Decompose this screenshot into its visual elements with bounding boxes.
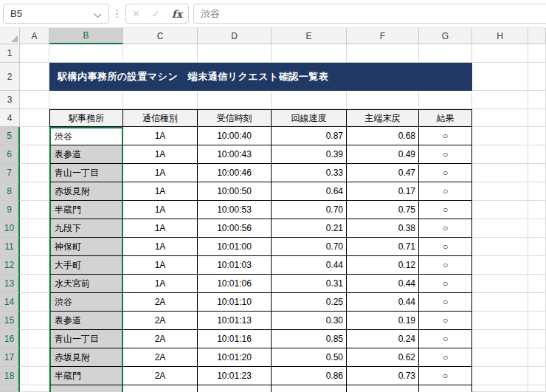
table-cell[interactable]: 2A (123, 367, 198, 385)
table-cell[interactable]: 0.62 (347, 348, 419, 367)
table-cell[interactable] (198, 385, 272, 392)
cell[interactable] (472, 367, 528, 385)
cell[interactable] (20, 164, 49, 182)
table-cell[interactable]: 0.70 (272, 201, 347, 219)
cell[interactable] (472, 91, 528, 109)
cell[interactable] (49, 91, 123, 109)
table-cell[interactable]: 1A (123, 164, 198, 182)
cell[interactable] (20, 256, 49, 275)
cell[interactable] (472, 127, 528, 145)
table-cell[interactable]: ○ (419, 293, 472, 312)
cell[interactable] (20, 312, 49, 330)
row-header-7[interactable]: 7 (0, 164, 20, 182)
cell[interactable] (472, 312, 528, 330)
table-cell[interactable]: 10:00:56 (198, 219, 272, 238)
table-cell[interactable] (419, 385, 472, 392)
cell[interactable] (20, 367, 49, 385)
table-cell[interactable]: ○ (419, 182, 472, 201)
cell[interactable] (472, 330, 528, 348)
table-cell[interactable]: ○ (419, 256, 472, 275)
table-cell[interactable]: 0.68 (347, 127, 419, 145)
table-cell[interactable]: 10:00:46 (198, 164, 272, 182)
cell[interactable] (472, 256, 528, 275)
cell[interactable] (472, 293, 528, 312)
table-cell[interactable]: 0.75 (347, 201, 419, 219)
table-cell[interactable]: 0.19 (347, 312, 419, 330)
cell[interactable] (20, 293, 49, 312)
cell[interactable] (528, 201, 546, 219)
cell[interactable] (419, 91, 472, 109)
table-cell[interactable]: 1A (123, 275, 198, 293)
cell[interactable] (472, 145, 528, 164)
table-cell[interactable]: 0.25 (272, 293, 347, 312)
row-header-10[interactable]: 10 (0, 219, 20, 238)
column-header-partial[interactable] (528, 28, 546, 44)
column-header-C[interactable]: C (123, 28, 198, 44)
cell[interactable] (20, 109, 49, 127)
table-cell[interactable]: 0.73 (347, 367, 419, 385)
row-header-8[interactable]: 8 (0, 182, 20, 201)
table-cell[interactable]: 1A (123, 182, 198, 201)
table-cell[interactable]: 0.33 (272, 164, 347, 182)
table-header-cell[interactable]: 回線速度 (272, 109, 347, 127)
cancel-icon[interactable]: ✕ (132, 8, 140, 19)
table-cell[interactable]: 0.64 (272, 182, 347, 201)
table-cell[interactable]: 0.44 (272, 256, 347, 275)
cell[interactable] (528, 44, 546, 63)
cell[interactable] (198, 91, 272, 109)
table-header-cell[interactable]: 受信時刻 (198, 109, 272, 127)
row-header-19[interactable] (0, 385, 20, 392)
table-cell[interactable]: 神保町 (49, 238, 123, 256)
table-cell[interactable]: 0.24 (347, 330, 419, 348)
cell[interactable] (123, 44, 198, 63)
cell[interactable] (20, 275, 49, 293)
column-header-G[interactable]: G (419, 28, 472, 44)
table-cell[interactable]: 0.71 (347, 238, 419, 256)
row-header-4[interactable]: 4 (0, 109, 20, 127)
table-cell[interactable]: 0.50 (272, 348, 347, 367)
cell[interactable] (528, 219, 546, 238)
cell[interactable] (20, 330, 49, 348)
cell[interactable] (528, 330, 546, 348)
cell[interactable] (528, 256, 546, 275)
insert-function-icon[interactable]: fx (172, 8, 182, 20)
table-cell[interactable]: 10:01:23 (198, 367, 272, 385)
table-cell[interactable]: ○ (419, 275, 472, 293)
row-header-1[interactable]: 1 (0, 44, 20, 63)
table-cell[interactable]: 0.47 (347, 164, 419, 182)
cell[interactable] (272, 91, 347, 109)
table-cell[interactable]: 1A (123, 145, 198, 164)
table-cell[interactable]: 2A (123, 330, 198, 348)
row-header-6[interactable]: 6 (0, 145, 20, 164)
cell[interactable] (528, 109, 546, 127)
table-cell[interactable]: ○ (419, 367, 472, 385)
cell[interactable] (472, 219, 528, 238)
table-cell[interactable]: 10:01:16 (198, 330, 272, 348)
table-cell[interactable]: ○ (419, 219, 472, 238)
row-header-12[interactable]: 12 (0, 256, 20, 275)
cell[interactable] (472, 164, 528, 182)
cell[interactable] (528, 238, 546, 256)
row-header-13[interactable]: 13 (0, 275, 20, 293)
cell[interactable] (472, 275, 528, 293)
cell[interactable] (20, 385, 49, 392)
table-cell[interactable]: 赤坂見附 (49, 348, 123, 367)
table-cell[interactable]: 0.30 (272, 312, 347, 330)
table-cell[interactable]: 0.70 (272, 238, 347, 256)
cell[interactable] (528, 91, 546, 109)
table-cell[interactable]: 10:01:20 (198, 348, 272, 367)
cell[interactable] (20, 182, 49, 201)
table-cell[interactable]: 0.87 (272, 127, 347, 145)
table-cell[interactable]: 渋谷 (49, 127, 123, 145)
table-cell[interactable]: 半蔵門 (49, 367, 123, 385)
table-cell[interactable]: 0.12 (347, 256, 419, 275)
table-header-cell[interactable]: 駅事務所 (49, 109, 123, 127)
cell[interactable] (472, 109, 528, 127)
table-cell[interactable]: 10:00:53 (198, 201, 272, 219)
cell[interactable] (528, 367, 546, 385)
table-cell[interactable]: 10:00:40 (198, 127, 272, 145)
row-header-5[interactable]: 5 (0, 127, 20, 145)
table-cell[interactable]: 表参道 (49, 145, 123, 164)
table-cell[interactable]: 1A (123, 127, 198, 145)
table-cell[interactable]: 青山一丁目 (49, 330, 123, 348)
